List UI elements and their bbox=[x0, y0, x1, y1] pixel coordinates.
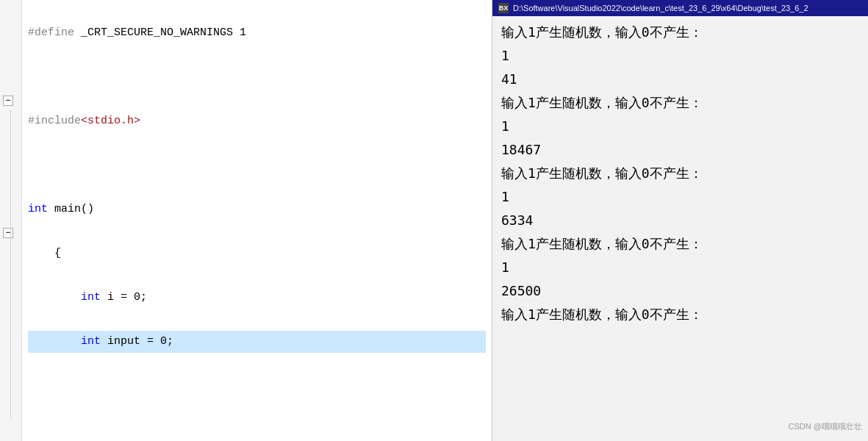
code-line-2 bbox=[28, 66, 486, 88]
console-output-line-1: 输入1产生随机数，输入0不产生： bbox=[501, 21, 859, 44]
console-output-line-6: 18467 bbox=[501, 138, 859, 162]
code-editor: − − #define _CRT_SECURE_NO_WARNINGS 1 #i… bbox=[0, 0, 492, 441]
console-output-line-10: 输入1产生随机数，输入0不产生： bbox=[501, 232, 859, 256]
code-line-6: { bbox=[28, 243, 486, 265]
code-line-4 bbox=[28, 154, 486, 176]
fold-button-do[interactable]: − bbox=[3, 228, 13, 238]
code-line-10 bbox=[28, 419, 486, 441]
console-title: D:\Software\VisualStudio2022\code\learn_… bbox=[513, 4, 808, 12]
code-line-3: #include<stdio.h> bbox=[28, 110, 486, 132]
code-line-8: int input = 0; bbox=[28, 331, 486, 353]
code-line-1: #define _CRT_SECURE_NO_WARNINGS 1 bbox=[28, 22, 486, 44]
console-output-line-5: 1 bbox=[501, 115, 859, 138]
code-line-7: int i = 0; bbox=[28, 287, 486, 309]
console-output-line-12: 26500 bbox=[501, 279, 859, 303]
console-output-line-2: 1 bbox=[501, 44, 859, 68]
console-icon: BX bbox=[498, 3, 509, 13]
console-output-line-13: 输入1产生随机数，输入0不产生： bbox=[501, 303, 859, 326]
console-output-line-7: 输入1产生随机数，输入0不产生： bbox=[501, 162, 859, 185]
fold-button-main[interactable]: − bbox=[3, 96, 13, 106]
console-output-line-4: 输入1产生随机数，输入0不产生： bbox=[501, 91, 859, 115]
console-output-line-11: 1 bbox=[501, 256, 859, 279]
code-content: #define _CRT_SECURE_NO_WARNINGS 1 #inclu… bbox=[22, 0, 492, 441]
console-output: 输入1产生随机数，输入0不产生： 1 41 输入1产生随机数，输入0不产生： 1… bbox=[492, 16, 868, 441]
fold-gutter: − − bbox=[0, 0, 22, 441]
console-output-line-8: 1 bbox=[501, 185, 859, 209]
console-output-line-3: 41 bbox=[501, 68, 859, 91]
code-line-5: int main() bbox=[28, 198, 486, 220]
watermark: CSDN @哦哦哦壮壮 bbox=[789, 415, 862, 438]
code-line-9 bbox=[28, 375, 486, 397]
console-output-line-9: 6334 bbox=[501, 209, 859, 232]
console-panel: BX D:\Software\VisualStudio2022\code\lea… bbox=[492, 0, 868, 441]
console-titlebar: BX D:\Software\VisualStudio2022\code\lea… bbox=[492, 0, 868, 16]
